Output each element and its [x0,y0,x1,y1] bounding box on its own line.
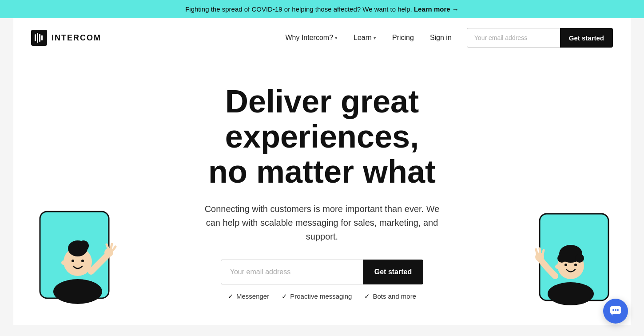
check-icon: ✓ [228,292,234,300]
svg-line-31 [543,250,544,254]
svg-point-20 [548,282,594,305]
nav-email-input[interactable] [467,28,560,48]
chat-button[interactable] [603,299,628,324]
svg-rect-2 [37,33,38,43]
check-bots-more: ✓ Bots and more [364,292,416,300]
svg-point-33 [612,309,614,311]
banner-text: Fighting the spread of COVID-19 or helpi… [185,5,412,13]
chevron-down-icon: ▾ [335,35,338,41]
left-illustration [36,209,118,305]
svg-point-24 [575,254,584,263]
svg-point-27 [574,264,577,266]
svg-point-14 [104,248,113,257]
hero-email-input[interactable] [221,260,363,284]
logo-icon [31,30,47,46]
svg-rect-1 [35,34,36,41]
nav-pricing[interactable]: Pricing [386,30,420,45]
nav-links: Why Intercom? ▾ Learn ▾ Pricing Sign in [279,30,457,45]
svg-point-13 [81,260,84,262]
svg-line-29 [536,249,537,253]
svg-line-15 [107,244,108,248]
nav-why-intercom[interactable]: Why Intercom? ▾ [279,30,344,45]
svg-point-25 [555,264,560,269]
chevron-down-icon: ▾ [374,35,376,41]
svg-point-26 [564,264,567,266]
nav-signin[interactable]: Sign in [424,30,458,45]
svg-point-35 [617,309,619,311]
svg-point-23 [557,254,566,263]
check-icon: ✓ [364,292,370,300]
page-wrapper: INTERCOM Why Intercom? ▾ Learn ▾ Pricing… [13,18,631,325]
top-banner: Fighting the spread of COVID-19 or helpi… [0,0,644,18]
nav-email-form: Get started [467,28,613,48]
svg-line-16 [111,244,112,248]
svg-point-10 [78,240,89,251]
check-icon: ✓ [282,292,287,300]
hero-title: Deliver great experiences, no matter wha… [144,84,500,190]
svg-line-17 [113,247,115,250]
svg-point-34 [615,309,616,311]
hero-section: Deliver great experiences, no matter wha… [13,57,631,318]
svg-line-30 [540,248,540,252]
check-messenger: ✓ Messenger [228,292,269,300]
navbar: INTERCOM Why Intercom? ▾ Learn ▾ Pricing… [13,18,631,57]
hero-subtitle: Connecting with customers is more import… [198,202,446,244]
chat-icon [609,305,622,317]
check-proactive-messaging: ✓ Proactive messaging [282,292,352,300]
hero-checks: ✓ Messenger ✓ Proactive messaging ✓ Bots… [31,292,613,300]
banner-link[interactable]: Learn more [414,5,459,13]
right-illustration [531,212,613,307]
hero-form: Get started [31,260,613,284]
svg-point-11 [61,260,66,265]
svg-point-7 [53,279,102,304]
svg-point-12 [72,260,74,262]
nav-get-started-button[interactable]: Get started [560,28,613,48]
logo-text: INTERCOM [52,33,101,43]
svg-rect-3 [39,34,40,42]
logo[interactable]: INTERCOM [31,30,279,46]
hero-get-started-button[interactable]: Get started [363,260,423,284]
nav-learn[interactable]: Learn ▾ [347,30,382,45]
svg-rect-4 [41,35,43,40]
